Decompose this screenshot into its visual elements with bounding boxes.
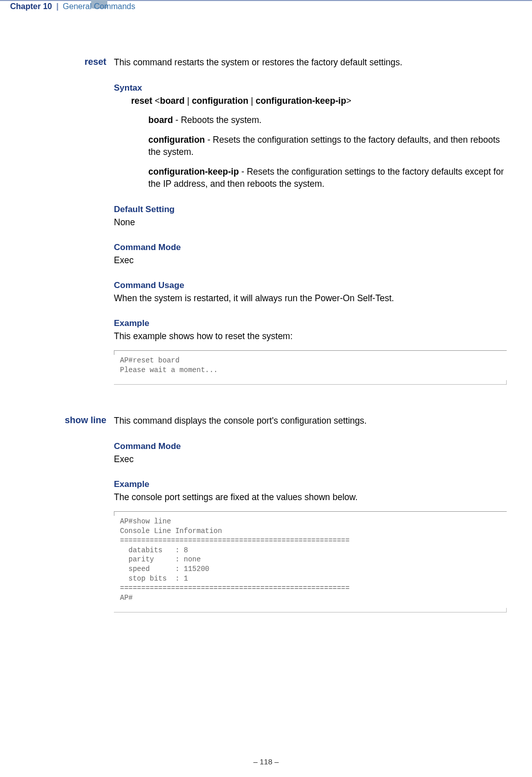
command-usage-title: Command Usage [114, 280, 507, 291]
param-configuration: configuration - Resets the configuration… [148, 134, 507, 158]
param-board: board - Reboots the system. [148, 114, 507, 127]
breadcrumb-separator: | [56, 2, 58, 11]
syntax-title: Syntax [114, 83, 507, 93]
command-mode-title: Command Mode [114, 441, 507, 452]
command-reset: reset This command restarts the system o… [114, 57, 507, 385]
param-kw: configuration-keep-ip [148, 167, 239, 177]
command-show-line: show line This command displays the cons… [114, 415, 507, 612]
command-description: This command restarts the system or rest… [114, 57, 507, 69]
syntax-cmd: reset [131, 96, 152, 106]
example-output-box: AP#reset board Please wait a moment... [114, 350, 507, 385]
example-body: This example shows how to reset the syst… [114, 330, 507, 342]
command-name-show-line: show line [25, 415, 106, 426]
example-body: The console port settings are fixed at t… [114, 491, 507, 503]
command-mode-body: Exec [114, 254, 507, 266]
syntax-p1: board [160, 96, 185, 106]
chapter-label: Chapter 10 [10, 2, 52, 11]
example-code: AP#reset board Please wait a moment... [120, 356, 501, 375]
syntax-line: reset <board | configuration | configura… [131, 95, 507, 107]
example-code: AP#show line Console Line Information ==… [120, 517, 501, 603]
default-setting-title: Default Setting [114, 205, 507, 215]
example-output-box: AP#show line Console Line Information ==… [114, 511, 507, 612]
example-title: Example [114, 318, 507, 329]
command-mode-body: Exec [114, 453, 507, 465]
default-setting-body: None [114, 216, 507, 228]
breadcrumb: Chapter 10 | General Commands [10, 1, 135, 11]
page-number: – 118 – [0, 757, 532, 766]
syntax-open: < [155, 96, 160, 106]
param-kw: board [148, 115, 173, 125]
syntax-sep1: | [187, 96, 189, 106]
syntax-p2: configuration [192, 96, 249, 106]
example-title: Example [114, 479, 507, 489]
command-usage-body: When the system is restarted, it will al… [114, 292, 507, 304]
syntax-sep2: | [251, 96, 254, 106]
syntax-close: > [346, 96, 351, 106]
param-configuration-keep-ip: configuration-keep-ip - Resets the confi… [148, 166, 507, 190]
param-kw: configuration [148, 135, 205, 145]
command-name-reset: reset [25, 57, 106, 67]
chapter-title: General Commands [63, 2, 135, 11]
command-mode-title: Command Mode [114, 242, 507, 253]
syntax-p3: configuration-keep-ip [256, 96, 346, 106]
param-desc: - Reboots the system. [173, 115, 262, 125]
command-description: This command displays the console port's… [114, 415, 507, 427]
